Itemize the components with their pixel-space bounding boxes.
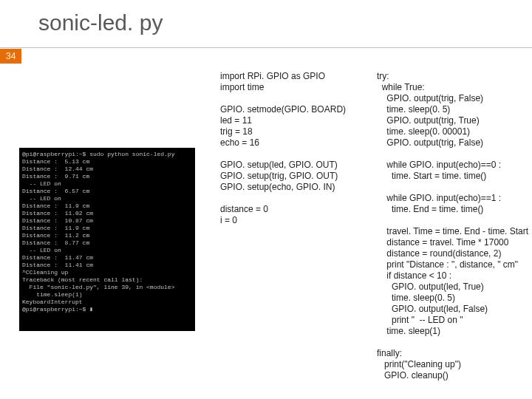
slide-title: sonic-led. py <box>38 10 163 35</box>
code-column-right: try: while True: GPIO. output(trig, Fals… <box>377 71 528 381</box>
page-number-badge: 34 <box>0 49 21 64</box>
code-column-left: import RPi. GPIO as GPIO import time GPI… <box>220 71 368 226</box>
terminal-screenshot: @pi@raspberrypi:~$ sudo python sonic-led… <box>19 148 195 331</box>
slide: sonic-led. py 34 @pi@raspberrypi:~$ sudo… <box>0 0 532 399</box>
title-divider <box>0 47 532 48</box>
